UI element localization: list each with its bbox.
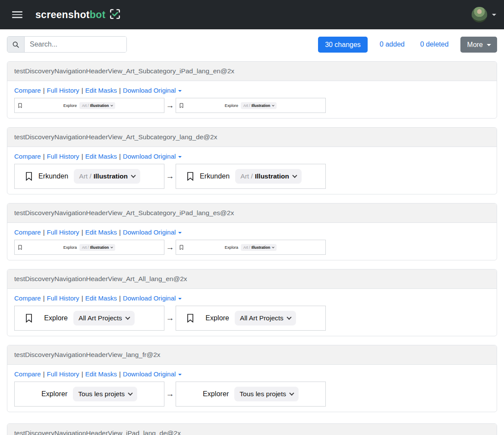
chevron-down-icon bbox=[292, 173, 297, 178]
caret-down-icon bbox=[178, 298, 182, 301]
chevron-down-icon bbox=[110, 104, 113, 106]
toolbar-right: 30 changes 0 added 0 deleted More bbox=[318, 37, 497, 53]
arrow-right-icon: → bbox=[164, 243, 176, 252]
nav-title: Erkunden bbox=[38, 172, 68, 180]
comparison-row: Explora Art /Illustration → Explora Art … bbox=[14, 240, 490, 255]
test-name: testDiscoveryNavigationHeaderView_Art_Al… bbox=[7, 269, 497, 289]
arrow-right-icon: → bbox=[164, 101, 176, 110]
caret-down-icon bbox=[487, 44, 491, 48]
download-original-link[interactable]: Download Original bbox=[123, 153, 182, 160]
screenshot-before[interactable]: Explora Art /Illustration bbox=[14, 240, 164, 255]
menu-icon[interactable] bbox=[12, 11, 22, 18]
screenshot-after[interactable]: Explora Art /Illustration bbox=[176, 240, 326, 255]
compare-link[interactable]: Compare bbox=[14, 294, 41, 302]
caret-down-icon bbox=[178, 156, 182, 160]
comparison-row: Explore Art /Illustration → Explore Art … bbox=[14, 98, 490, 113]
download-original-link[interactable]: Download Original bbox=[123, 294, 182, 302]
compare-link[interactable]: Compare bbox=[14, 228, 41, 236]
bookmark-icon bbox=[180, 245, 183, 250]
filter-pill: Art /Illustration bbox=[79, 244, 115, 251]
screenshot-after[interactable]: Explorer Tous les projets bbox=[176, 382, 326, 407]
caret-down-icon bbox=[178, 232, 182, 235]
test-card: testDiscoveryNavigationHeaderView_lang_f… bbox=[7, 345, 497, 412]
compare-link[interactable]: Compare bbox=[14, 370, 41, 378]
brand-text: screenshotbot bbox=[35, 9, 105, 21]
test-name: testDiscoveryNavigationHeaderView_lang_f… bbox=[7, 345, 497, 365]
user-menu[interactable] bbox=[472, 7, 496, 22]
filter-pill: All Art Projects bbox=[235, 311, 296, 325]
filter-pill: Art /Illustration bbox=[241, 244, 277, 251]
edit-masks-link[interactable]: Edit Masks bbox=[85, 153, 117, 160]
screenshot-before[interactable]: Explore All Art Projects bbox=[14, 306, 164, 331]
comparison-row: Explorer Tous les projets → Explorer Tou… bbox=[14, 382, 490, 407]
edit-masks-link[interactable]: Edit Masks bbox=[85, 87, 117, 94]
screenshot-before[interactable]: Explorer Tous les projets bbox=[14, 382, 164, 407]
deleted-link[interactable]: 0 deleted bbox=[420, 41, 449, 48]
full-history-link[interactable]: Full History bbox=[47, 228, 79, 236]
filter-pill: Art /Illustration bbox=[74, 169, 140, 184]
arrow-right-icon: → bbox=[164, 313, 176, 323]
chevron-down-icon bbox=[272, 246, 274, 248]
bookmark-icon bbox=[187, 314, 194, 323]
navbar: screenshotbot bbox=[0, 0, 504, 29]
edit-masks-link[interactable]: Edit Masks bbox=[85, 370, 117, 378]
bookmark-icon bbox=[18, 245, 22, 250]
comparison-row: Explore All Art Projects → Explore All A… bbox=[14, 306, 490, 331]
arrow-right-icon: → bbox=[164, 389, 176, 399]
filter-pill: Art /Illustration bbox=[235, 169, 302, 184]
action-links: Compare|Full History|Edit Masks|Download… bbox=[14, 228, 490, 236]
caret-down-icon bbox=[178, 90, 182, 94]
changes-button[interactable]: 30 changes bbox=[318, 37, 368, 53]
download-original-link[interactable]: Download Original bbox=[123, 87, 182, 94]
action-links: Compare|Full History|Edit Masks|Download… bbox=[14, 86, 490, 94]
test-name: testDiscoveryNavigationHeaderView_Art_Su… bbox=[7, 203, 497, 223]
nav-title: Explore bbox=[44, 314, 68, 322]
test-card: testDiscoveryNavigationHeaderView_iPad_l… bbox=[7, 423, 497, 435]
search-icon bbox=[7, 37, 25, 52]
added-link[interactable]: 0 added bbox=[380, 41, 405, 48]
more-button[interactable]: More bbox=[460, 37, 497, 53]
nav-title: Explora bbox=[225, 245, 238, 250]
logo-checkmark-icon bbox=[109, 8, 121, 22]
screenshot-before[interactable]: Explore Art /Illustration bbox=[14, 98, 164, 113]
caret-down-icon[interactable] bbox=[492, 14, 496, 18]
nav-title: Explorer bbox=[203, 390, 229, 398]
screenshot-after[interactable]: Erkunden Art /Illustration bbox=[176, 164, 326, 189]
action-links: Compare|Full History|Edit Masks|Download… bbox=[14, 370, 490, 378]
action-links: Compare|Full History|Edit Masks|Download… bbox=[14, 294, 490, 302]
nav-title: Explora bbox=[63, 245, 77, 250]
test-card: testDiscoveryNavigationHeaderView_Art_Al… bbox=[7, 269, 497, 336]
filter-pill: Art /Illustration bbox=[79, 102, 115, 109]
caret-down-icon bbox=[178, 374, 182, 377]
edit-masks-link[interactable]: Edit Masks bbox=[85, 294, 117, 302]
bookmark-icon bbox=[18, 103, 22, 108]
download-original-link[interactable]: Download Original bbox=[123, 228, 182, 236]
chevron-down-icon bbox=[128, 391, 132, 395]
avatar[interactable] bbox=[472, 7, 487, 22]
test-card: testDiscoveryNavigationHeaderView_Art_Su… bbox=[7, 203, 497, 260]
test-name: testDiscoveryNavigationHeaderView_Art_Su… bbox=[7, 128, 497, 147]
test-name: testDiscoveryNavigationHeaderView_Art_Su… bbox=[7, 62, 497, 81]
screenshot-after[interactable]: Explore All Art Projects bbox=[176, 306, 326, 331]
compare-link[interactable]: Compare bbox=[14, 87, 41, 94]
chevron-down-icon bbox=[125, 315, 130, 319]
screenshot-before[interactable]: Erkunden Art /Illustration bbox=[14, 164, 164, 189]
full-history-link[interactable]: Full History bbox=[47, 294, 79, 302]
brand-logo[interactable]: screenshotbot bbox=[35, 8, 121, 22]
screenshot-after[interactable]: Explore Art /Illustration bbox=[176, 98, 326, 113]
edit-masks-link[interactable]: Edit Masks bbox=[85, 228, 117, 236]
test-card: testDiscoveryNavigationHeaderView_Art_Su… bbox=[7, 127, 497, 194]
compare-link[interactable]: Compare bbox=[14, 153, 41, 160]
filter-pill: All Art Projects bbox=[73, 311, 135, 325]
nav-title: Explorer bbox=[41, 390, 67, 398]
download-original-link[interactable]: Download Original bbox=[123, 370, 182, 378]
bookmark-icon bbox=[180, 103, 183, 108]
full-history-link[interactable]: Full History bbox=[47, 87, 79, 94]
full-history-link[interactable]: Full History bbox=[47, 370, 79, 378]
action-links: Compare|Full History|Edit Masks|Download… bbox=[14, 152, 490, 160]
chevron-down-icon bbox=[289, 391, 294, 395]
search-input[interactable] bbox=[25, 37, 126, 52]
full-history-link[interactable]: Full History bbox=[47, 153, 79, 160]
chevron-down-icon bbox=[131, 173, 135, 178]
chevron-down-icon bbox=[110, 246, 113, 248]
